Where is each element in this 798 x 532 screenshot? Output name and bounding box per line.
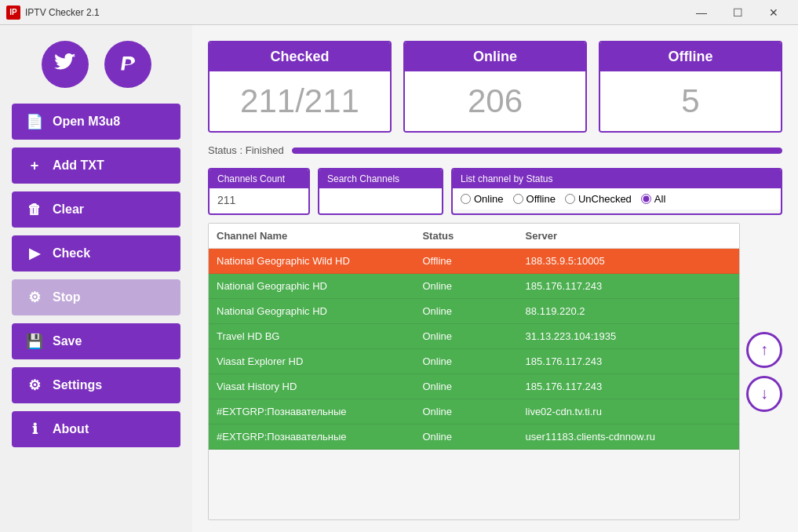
- close-button[interactable]: ✕: [756, 0, 792, 25]
- checked-label: Checked: [210, 42, 390, 71]
- add-txt-label: Add TXT: [53, 159, 104, 173]
- online-label: Online: [405, 42, 585, 71]
- row-status: Offline: [422, 255, 525, 267]
- row-server: 185.176.117.243: [526, 280, 731, 292]
- table-row[interactable]: Viasat Explorer HD Online 185.176.117.24…: [209, 349, 739, 374]
- scroll-up-icon: ↑: [760, 341, 768, 359]
- social-icons: [42, 41, 151, 88]
- open-m3u8-button[interactable]: 📄Open M3u8: [12, 104, 180, 140]
- row-server: 31.13.223.104:1935: [526, 330, 731, 342]
- open-m3u8-icon: 📄: [26, 113, 43, 130]
- main-content: 📄Open M3u8+Add TXT🗑Clear▶Check⚙Stop💾Save…: [0, 25, 798, 532]
- row-channel-name: Viasat History HD: [217, 381, 422, 392]
- row-server: live02-cdn.tv.ti.ru: [526, 406, 731, 417]
- twitter-icon[interactable]: [42, 41, 89, 88]
- header-status: Status: [422, 230, 525, 242]
- channel-table: Channel Name Status Server National Geog…: [208, 223, 740, 520]
- row-server: 188.35.9.5:10005: [526, 255, 731, 267]
- table-row[interactable]: Viasat History HD Online 185.176.117.243: [209, 374, 739, 399]
- status-text: Status : Finished: [208, 144, 284, 156]
- row-status: Online: [422, 431, 525, 443]
- scroll-down-button[interactable]: ↓: [746, 376, 782, 412]
- filter-option-offline[interactable]: Offline: [513, 193, 556, 205]
- row-channel-name: #EXTGRP:Познавательные: [217, 406, 422, 417]
- channels-count-label: Channels Count: [210, 169, 308, 188]
- filter-option-unchecked[interactable]: UnChecked: [565, 193, 632, 205]
- filter-option-online[interactable]: Online: [461, 193, 504, 205]
- offline-label: Offline: [600, 42, 781, 71]
- table-row[interactable]: National Geographic Wild HD Offline 188.…: [209, 249, 739, 274]
- app-icon: IP: [6, 5, 20, 20]
- save-button[interactable]: 💾Save: [12, 323, 180, 359]
- status-bar: Status : Finished: [208, 144, 782, 156]
- online-value: 206: [405, 71, 585, 131]
- stop-label: Stop: [53, 290, 81, 304]
- table-row[interactable]: National Geographic HD Online 185.176.11…: [209, 274, 739, 299]
- stats-row: Checked 211/211 Online 206 Offline 5: [208, 41, 782, 133]
- about-icon: ℹ: [26, 421, 43, 438]
- progress-bar-bg: [292, 148, 782, 154]
- table-row[interactable]: Travel HD BG Online 31.13.223.104:1935: [209, 324, 739, 349]
- table-row[interactable]: National Geographic HD Online 88.119.220…: [209, 299, 739, 324]
- save-label: Save: [53, 334, 82, 348]
- header-channel-name: Channel Name: [217, 230, 422, 242]
- window-controls: — ☐ ✕: [683, 0, 792, 25]
- progress-bar-fill: [292, 148, 782, 154]
- offline-value: 5: [600, 71, 781, 131]
- row-status: Online: [422, 280, 525, 292]
- filter-box: List channel by Status OnlineOfflineUnCh…: [451, 168, 782, 215]
- save-icon: 💾: [26, 333, 43, 350]
- clear-button[interactable]: 🗑Clear: [12, 191, 180, 228]
- table-row[interactable]: #EXTGRP:Познавательные Online live02-cdn…: [209, 399, 739, 425]
- row-server: 88.119.220.2: [526, 305, 731, 317]
- online-card: Online 206: [403, 41, 587, 133]
- settings-icon: ⚙: [26, 377, 43, 394]
- filter-label: List channel by Status: [453, 169, 781, 188]
- row-server: 185.176.117.243: [526, 355, 731, 367]
- stop-button: ⚙Stop: [12, 279, 180, 315]
- offline-card: Offline 5: [599, 41, 782, 133]
- settings-button[interactable]: ⚙Settings: [12, 367, 180, 403]
- search-label: Search Channels: [319, 169, 442, 188]
- table-section: Channel Name Status Server National Geog…: [208, 223, 782, 520]
- search-box: Search Channels: [318, 168, 443, 215]
- table-row[interactable]: #EXTGRP:Познавательные Online user11183.…: [209, 425, 739, 450]
- row-status: Online: [422, 406, 525, 417]
- minimize-button[interactable]: —: [683, 0, 720, 25]
- content-area: Checked 211/211 Online 206 Offline 5 Sta…: [192, 25, 798, 532]
- controls-row: Channels Count 211 Search Channels List …: [208, 168, 782, 215]
- about-label: About: [53, 422, 89, 436]
- sidebar-buttons: 📄Open M3u8+Add TXT🗑Clear▶Check⚙Stop💾Save…: [12, 104, 180, 447]
- scroll-up-button[interactable]: ↑: [746, 332, 782, 368]
- row-status: Online: [422, 355, 525, 367]
- filter-option-all[interactable]: All: [641, 193, 665, 205]
- row-server: user11183.clients-cdnnow.ru: [526, 431, 731, 443]
- sidebar: 📄Open M3u8+Add TXT🗑Clear▶Check⚙Stop💾Save…: [0, 25, 192, 532]
- table-header: Channel Name Status Server: [209, 224, 739, 249]
- maximize-button[interactable]: ☐: [720, 0, 756, 25]
- checked-card: Checked 211/211: [208, 41, 392, 133]
- paypal-icon[interactable]: [104, 41, 151, 88]
- row-status: Online: [422, 330, 525, 342]
- scroll-controls: ↑ ↓: [740, 223, 782, 520]
- clear-icon: 🗑: [26, 202, 43, 218]
- row-channel-name: National Geographic Wild HD: [217, 255, 422, 267]
- filter-options: OnlineOfflineUnCheckedAll: [453, 188, 781, 210]
- channels-count-box: Channels Count 211: [208, 168, 310, 215]
- scroll-down-icon: ↓: [760, 384, 768, 403]
- about-button[interactable]: ℹAbout: [12, 411, 180, 447]
- stop-icon: ⚙: [26, 289, 43, 306]
- row-status: Online: [422, 305, 525, 317]
- check-label: Check: [53, 246, 90, 261]
- check-icon: ▶: [26, 245, 43, 262]
- check-button[interactable]: ▶Check: [12, 235, 180, 271]
- add-txt-button[interactable]: +Add TXT: [12, 148, 180, 184]
- row-status: Online: [422, 381, 525, 392]
- clear-label: Clear: [53, 202, 84, 217]
- channels-count-body: 211: [210, 188, 308, 213]
- row-channel-name: Viasat Explorer HD: [217, 355, 422, 367]
- row-channel-name: National Geographic HD: [217, 305, 422, 317]
- row-channel-name: Travel HD BG: [217, 330, 422, 342]
- search-input[interactable]: [327, 194, 434, 206]
- open-m3u8-label: Open M3u8: [53, 115, 120, 129]
